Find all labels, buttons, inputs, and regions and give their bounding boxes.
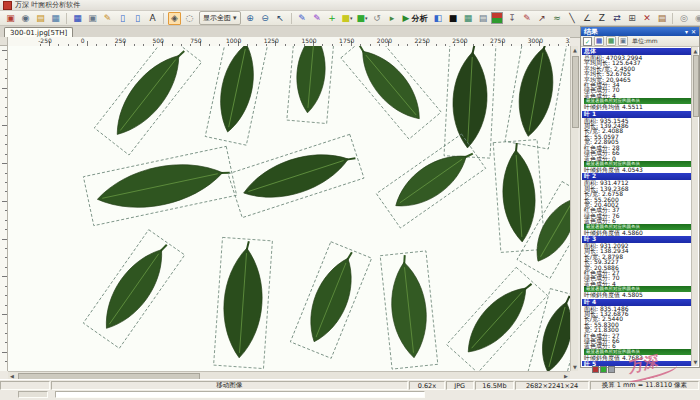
ruler-tick (5, 173, 7, 174)
palette-icon[interactable]: ◧ (431, 12, 444, 25)
zoom-out-icon[interactable]: ⊖ (259, 12, 272, 25)
sub-status-strip (0, 390, 700, 400)
ruler-tick (2, 50, 7, 51)
ruler-tick (2, 239, 7, 240)
panel-scroll-up-icon[interactable]: ▲ (692, 47, 699, 55)
leaf[interactable] (527, 289, 570, 371)
zoom-in-icon[interactable]: ⊕ (244, 12, 257, 25)
gallery-icon[interactable]: ▦ (49, 12, 62, 25)
leaf[interactable] (380, 251, 438, 369)
line-icon[interactable]: ╲ (565, 12, 578, 25)
leaf[interactable] (505, 46, 567, 149)
class-green-icon[interactable]: ■▾ (356, 12, 369, 25)
ruler-tick (5, 342, 7, 343)
ruler-tick (5, 116, 7, 117)
status-cell: 16.5Mb (475, 381, 515, 390)
ruler-label: 0 (81, 37, 85, 44)
undo-icon[interactable]: ↺ (371, 12, 384, 25)
results-panel-toolbar: ✓ ▦ ▦ ▣ 单位:mm (581, 36, 699, 47)
info-icon[interactable]: ◉ (692, 12, 700, 25)
grid-tool-icon[interactable]: ▦ (461, 12, 474, 25)
image-canvas[interactable] (8, 46, 570, 371)
panel-close-icon[interactable]: ✕ (691, 28, 696, 35)
leaf[interactable] (205, 46, 269, 145)
camera-icon[interactable]: ◉ (19, 12, 32, 25)
panel-scrollbar[interactable]: ▲ ▼ (691, 47, 698, 366)
export-icon[interactable]: ↧ (505, 12, 518, 25)
results-panel: 结果 ▾ ✕ ✓ ▦ ▦ ▣ 单位:mm 总体总面积: 47093.2994平均… (580, 26, 700, 368)
analyze-button[interactable]: ▶分析 (403, 13, 428, 24)
image-tool-icon[interactable]: ▤ (476, 12, 489, 25)
panel-pin-icon[interactable]: ▾ (685, 28, 688, 35)
leaf[interactable] (94, 46, 201, 155)
region-select-icon[interactable]: ◌ (183, 12, 196, 25)
leaf[interactable] (83, 146, 236, 225)
pen-icon[interactable]: ✎ (296, 12, 309, 25)
status-cell: 移动图像 (51, 381, 408, 390)
scroll-down-icon[interactable]: ▼ (571, 363, 579, 371)
z-order-icon[interactable]: Z (595, 12, 608, 25)
ruler-tick (5, 220, 7, 221)
save-results-icon[interactable]: ▦ (594, 36, 604, 46)
table-icon[interactable]: ⊞ (625, 12, 638, 25)
leaf[interactable] (290, 242, 371, 359)
leaf[interactable] (376, 134, 485, 228)
class-yellow-icon[interactable]: ■▾ (341, 12, 354, 25)
leaf[interactable] (83, 230, 184, 349)
leaf[interactable] (341, 46, 441, 139)
ruler-tick (5, 144, 7, 145)
pointer-icon[interactable]: ↖ (274, 12, 287, 25)
unit-label[interactable]: 单位:mm (632, 37, 658, 46)
ruler-label: 2000 (377, 37, 392, 44)
edit-icon[interactable]: ✎ (101, 12, 114, 25)
export-excel-icon[interactable]: ▦ (606, 36, 616, 46)
text-tool-icon[interactable]: A (146, 12, 159, 25)
status-cell (0, 381, 50, 390)
logo-gray-square (608, 366, 615, 373)
copy-icon[interactable]: ▯ (131, 12, 144, 25)
mask-icon[interactable]: ■ (446, 12, 459, 25)
delete-icon[interactable]: ✕ (640, 12, 653, 25)
scroll-up-icon[interactable]: ▲ (571, 46, 579, 54)
print-results-icon[interactable]: ▣ (618, 36, 628, 46)
panel-scroll-thumb[interactable] (693, 55, 699, 117)
step-icon[interactable]: ▸ (386, 12, 399, 25)
leaf-blade (213, 46, 261, 135)
notes-icon[interactable]: ▤ (655, 12, 668, 25)
leaf[interactable] (444, 46, 496, 158)
leaf[interactable] (287, 46, 335, 124)
measure-icon[interactable]: ✎ (520, 12, 533, 25)
results-list[interactable]: 总体总面积: 47093.2994平均周长: 125.6437平均长/宽: 2.… (582, 47, 693, 366)
leaf[interactable] (214, 237, 273, 368)
arrow-tool-icon[interactable]: ↗ (535, 12, 548, 25)
flip-icon[interactable]: ⇄ (610, 12, 623, 25)
leaf[interactable] (493, 140, 545, 253)
vertical-scrollbar[interactable]: ▲ ▼ (570, 46, 578, 371)
ruler-tick (5, 361, 7, 362)
pen2-icon[interactable]: ✎ (311, 12, 324, 25)
angle-icon[interactable]: ∠ (580, 12, 593, 25)
ruler-tick (5, 69, 7, 70)
ruler-label: 1750 (339, 37, 354, 44)
color-flag-icon[interactable] (491, 12, 503, 24)
fit-view-button[interactable]: 显示全图▾ (199, 11, 241, 25)
open-image-icon[interactable]: ▤ (34, 12, 47, 25)
ruler-tick (5, 267, 7, 268)
add-region-icon[interactable]: + (326, 12, 339, 25)
tilt-angle-row: 叶倾斜角度值 4.0543 (582, 167, 693, 172)
save-icon[interactable]: ▦ (71, 12, 84, 25)
ruler-label: 1250 (264, 37, 279, 44)
horizontal-scrollbar[interactable]: ◀ ▶ (8, 371, 570, 379)
globe-icon[interactable]: ◎ (677, 12, 690, 25)
leaf-blade (351, 46, 430, 128)
leaf[interactable] (228, 134, 364, 217)
panel-scroll-down-icon[interactable]: ▼ (692, 358, 699, 366)
pan-tool-icon[interactable]: ◈ (168, 12, 181, 25)
results-checkbox[interactable]: ✓ (583, 37, 592, 46)
print-icon[interactable]: ▣ (86, 12, 99, 25)
vscroll-thumb[interactable] (572, 56, 579, 128)
curve-icon[interactable]: ≈ (550, 12, 563, 25)
page-icon[interactable]: ▯ (116, 12, 129, 25)
new-icon[interactable]: ▣ (4, 12, 17, 25)
ruler-tick (5, 210, 7, 211)
